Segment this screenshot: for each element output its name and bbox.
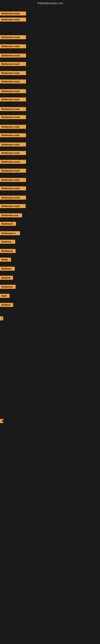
list-item: Bottleneck resu: [0, 213, 22, 218]
bottleneck-result-label: Bottleneck: [0, 222, 16, 226]
list-item: Bottl: [0, 294, 10, 299]
bottleneck-result-label: Bottleneck result: [0, 151, 26, 155]
list-item: Bottleneck: [0, 285, 16, 290]
list-item: Bottle: [0, 258, 11, 262]
list-item: Bottlene: [0, 276, 13, 280]
bottleneck-result-label: Bottleneck result: [0, 98, 26, 102]
bottleneck-result-label: Bottleneck result: [0, 178, 26, 182]
list-item: Bottleneck: [0, 222, 16, 226]
list-item: Bottleneck result: [0, 62, 26, 67]
bottleneck-result-label: Bottleneck result: [0, 169, 26, 173]
bottleneck-result-label: Bottleneck result: [0, 44, 26, 48]
list-item: Bottleneck: [0, 249, 16, 254]
bottleneck-result-label: Bottlene: [0, 303, 13, 307]
bottleneck-result-label: Bottleneck result: [0, 107, 26, 111]
bottleneck-result-label: Bottl: [0, 294, 10, 298]
bottleneck-result-label: Bottleneck result: [0, 186, 26, 190]
list-item: Bottleneck result: [0, 133, 26, 138]
bottleneck-result-label: Bottlenec: [0, 267, 15, 271]
list-item: Bottleneck result: [0, 18, 26, 22]
bottleneck-result-label: B: [0, 419, 3, 423]
list-item: Bottlene: [0, 303, 13, 308]
bottleneck-result-label: Bottleneck result: [0, 160, 26, 164]
bottleneck-result-label: Bottleneck re: [0, 231, 20, 235]
list-item: Bottleneck result: [0, 35, 26, 40]
bottleneck-result-label: Bottleneck result: [0, 71, 26, 75]
list-item: Bottlenec: [0, 267, 15, 272]
list-item: B: [0, 419, 3, 424]
list-item: Bottleneck result: [0, 186, 26, 191]
bottleneck-result-label: Bottlene: [0, 276, 13, 280]
list-item: Bottleneck result: [0, 115, 26, 120]
bottleneck-result-label: Bottle: [0, 258, 11, 262]
list-item: Bottleneck result: [0, 142, 26, 147]
bottleneck-result-label: Bottleneck resu: [0, 213, 22, 217]
bottleneck-result-label: Bottleneck result: [0, 115, 26, 119]
bottleneck-result-label: Bottleneck result: [0, 18, 26, 22]
list-item: Bottleneck result: [0, 44, 26, 49]
list-item: Bottleneck result: [0, 89, 26, 94]
list-item: Bottleneck result: [0, 125, 26, 130]
list-item: Bottleneck result: [0, 107, 26, 112]
list-item: Bottleneck result: [0, 71, 26, 76]
bottleneck-result-label: Bottleneck result: [0, 80, 26, 84]
bottleneck-result-label: Bottleneck: [0, 249, 16, 253]
list-item: |: [0, 316, 3, 321]
list-item: Bottleneck result: [0, 196, 26, 200]
list-item: Bottleneck result: [0, 54, 26, 58]
bottleneck-result-label: Bottleneck result: [0, 89, 26, 93]
list-item: Bottlenec: [0, 240, 15, 244]
bottleneck-result-label: Bottleneck result: [0, 204, 26, 208]
list-item: Bottleneck result: [0, 98, 26, 102]
list-item: Bottleneck result: [0, 169, 26, 174]
list-item: Bottleneck result: [0, 204, 26, 209]
bottleneck-result-label: Bottleneck result: [0, 142, 26, 146]
list-item: Bottleneck re: [0, 231, 20, 236]
bottleneck-result-label: Bottlenec: [0, 240, 15, 244]
list-item: Bottleneck result: [0, 160, 26, 164]
bottleneck-result-label: Bottleneck: [0, 285, 16, 289]
bottleneck-result-label: Bottleneck result: [0, 35, 26, 39]
bottleneck-result-label: Bottleneck result: [0, 54, 26, 58]
list-item: Bottleneck result: [0, 151, 26, 156]
bottleneck-result-label: |: [0, 316, 3, 320]
list-item: Bottleneck result: [0, 80, 26, 84]
bottleneck-result-label: Bottleneck result: [0, 125, 26, 129]
list-item: Bottleneck result: [0, 12, 26, 16]
list-item: Bottleneck result: [0, 178, 26, 183]
bottleneck-result-label: Bottleneck result: [0, 196, 26, 200]
bottleneck-result-label: Bottleneck result: [0, 62, 26, 66]
site-title: TheBottlenecker.com: [0, 0, 100, 6]
bottleneck-result-label: Bottleneck result: [0, 12, 26, 16]
bottleneck-result-label: Bottleneck result: [0, 133, 26, 137]
